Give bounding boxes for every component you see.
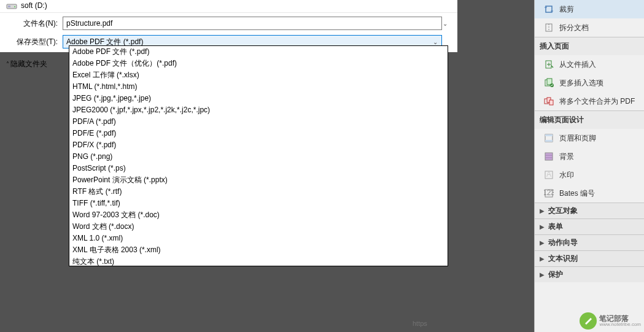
filename-row: 文件名(N): ⌄ bbox=[0, 13, 457, 34]
filename-label: 文件名(N): bbox=[6, 18, 63, 29]
svg-rect-1 bbox=[8, 6, 10, 7]
dropdown-option[interactable]: Word 文档 (*.docx) bbox=[69, 221, 448, 233]
dropdown-option[interactable]: PDF/E (*.pdf) bbox=[69, 128, 448, 139]
section-label: 表单 bbox=[548, 222, 563, 232]
triangle-right-icon: ▶ bbox=[540, 207, 546, 214]
drive-location-row[interactable]: soft (D:) bbox=[0, 0, 457, 13]
tool-label: Bates 编号 bbox=[559, 188, 595, 199]
section-label: 文本识别 bbox=[548, 253, 578, 264]
filename-input[interactable] bbox=[63, 17, 442, 30]
watermark-sub: www.notetribe.com bbox=[599, 322, 641, 327]
dropdown-option[interactable]: TIFF (*.tiff,*.tif) bbox=[69, 198, 448, 209]
collapsed-section[interactable]: ▶保护 bbox=[535, 266, 644, 282]
section-label: 交互对象 bbox=[548, 206, 578, 216]
tool-label: 裁剪 bbox=[559, 4, 574, 15]
svg-text:A: A bbox=[546, 170, 551, 179]
section-label: 保护 bbox=[548, 269, 563, 280]
dropdown-option[interactable]: XML 1.0 (*.xml) bbox=[69, 233, 448, 244]
dropdown-option[interactable]: PDF/X (*.pdf) bbox=[69, 139, 448, 151]
hide-folders-toggle[interactable]: ˄隐藏文件夹 bbox=[6, 59, 47, 69]
tool-label: 将多个文件合并为 PDF bbox=[559, 96, 635, 107]
dropdown-option[interactable]: 纯文本 (*.txt) bbox=[69, 256, 448, 266]
watermark-icon: A bbox=[543, 169, 554, 180]
svg-rect-16 bbox=[545, 134, 553, 136]
section-edit-design: 编辑页面设计 bbox=[535, 110, 644, 129]
tool-label: 拆分文档 bbox=[559, 23, 589, 33]
dropdown-option[interactable]: PostScript (*.ps) bbox=[69, 163, 448, 174]
tool-header-footer[interactable]: 页眉和页脚 bbox=[535, 129, 644, 147]
more-insert-icon bbox=[543, 77, 554, 88]
tool-background[interactable]: 背景 bbox=[535, 147, 644, 166]
dropdown-option[interactable]: RTF 格式 (*.rtf) bbox=[69, 186, 448, 198]
tool-label: 页眉和页脚 bbox=[559, 133, 596, 144]
split-icon bbox=[543, 22, 554, 33]
save-dialog: soft (D:) 文件名(N): ⌄ 保存类型(T): Adobe PDF 文… bbox=[0, 0, 457, 52]
dropdown-option[interactable]: XML 电子表格 2003 (*.xml) bbox=[69, 244, 448, 256]
drive-label: soft (D:) bbox=[21, 1, 47, 10]
dropdown-option[interactable]: Excel 工作簿 (*.xlsx) bbox=[69, 69, 448, 81]
dropdown-option[interactable]: PowerPoint 演示文稿 (*.pptx) bbox=[69, 174, 448, 186]
faded-url-text: https bbox=[413, 320, 427, 327]
site-watermark: 笔记部落 www.notetribe.com bbox=[580, 312, 641, 330]
svg-point-2 bbox=[14, 6, 15, 7]
dropdown-option[interactable]: Adobe PDF 文件 (*.pdf) bbox=[69, 46, 448, 58]
tool-crop[interactable]: 裁剪 bbox=[535, 0, 644, 18]
bates-icon: 123 bbox=[543, 188, 554, 199]
tool-merge-pdf[interactable]: 将多个文件合并为 PDF bbox=[535, 92, 644, 110]
tool-file-insert[interactable]: 从文件插入 bbox=[535, 55, 644, 74]
merge-pdf-icon bbox=[543, 96, 554, 107]
crop-icon bbox=[543, 4, 554, 15]
svg-rect-18 bbox=[545, 153, 553, 160]
tool-label: 水印 bbox=[559, 170, 574, 180]
section-label: 动作向导 bbox=[548, 237, 578, 248]
dropdown-option[interactable]: HTML (*.html,*.htm) bbox=[69, 81, 448, 93]
collapsed-section[interactable]: ▶表单 bbox=[535, 218, 644, 234]
drive-icon bbox=[6, 1, 18, 10]
chevron-down-icon: ⌄ bbox=[433, 39, 438, 45]
tool-bates[interactable]: 123Bates 编号 bbox=[535, 184, 644, 203]
dropdown-option[interactable]: PDF/A (*.pdf) bbox=[69, 116, 448, 128]
triangle-right-icon: ▶ bbox=[540, 255, 546, 262]
dropdown-option[interactable]: Adobe PDF 文件（优化）(*.pdf) bbox=[69, 58, 448, 69]
dropdown-option[interactable]: JPEG2000 (*.jpf,*.jpx,*.jp2,*.j2k,*.j2c,… bbox=[69, 104, 448, 116]
collapsed-section[interactable]: ▶动作向导 bbox=[535, 234, 644, 250]
savetype-selected-text: Adobe PDF 文件 (*.pdf) bbox=[66, 37, 143, 46]
section-insert-pages: 插入页面 bbox=[535, 37, 644, 55]
watermark-logo-icon bbox=[580, 312, 597, 330]
tool-watermark[interactable]: A水印 bbox=[535, 166, 644, 184]
savetype-dropdown-list[interactable]: Adobe PDF 文件 (*.pdf)Adobe PDF 文件（优化）(*.p… bbox=[69, 45, 448, 266]
svg-rect-17 bbox=[545, 140, 553, 142]
collapsed-section[interactable]: ▶交互对象 bbox=[535, 203, 644, 218]
background-icon bbox=[543, 151, 554, 162]
file-insert-icon bbox=[543, 59, 554, 70]
dropdown-option[interactable]: JPEG (*.jpg,*.jpeg,*.jpe) bbox=[69, 93, 448, 104]
triangle-right-icon: ▶ bbox=[540, 239, 546, 246]
header-footer-icon bbox=[543, 133, 554, 144]
svg-text:123: 123 bbox=[544, 188, 554, 197]
filename-history-caret[interactable]: ⌄ bbox=[443, 20, 448, 27]
collapsed-section[interactable]: ▶文本识别 bbox=[535, 250, 644, 266]
dropdown-option[interactable]: PNG (*.png) bbox=[69, 151, 448, 163]
dropdown-option[interactable]: Word 97-2003 文档 (*.doc) bbox=[69, 209, 448, 221]
triangle-right-icon: ▶ bbox=[540, 223, 546, 230]
tool-split[interactable]: 拆分文档 bbox=[535, 18, 644, 37]
tool-label: 更多插入选项 bbox=[559, 78, 603, 88]
tool-more-insert[interactable]: 更多插入选项 bbox=[535, 74, 644, 92]
tool-label: 从文件插入 bbox=[559, 60, 596, 70]
savetype-label: 保存类型(T): bbox=[6, 37, 63, 47]
chevron-up-icon: ˄ bbox=[6, 61, 9, 68]
tool-label: 背景 bbox=[559, 152, 574, 162]
tools-sidebar: 裁剪拆分文档 插入页面 从文件插入更多插入选项将多个文件合并为 PDF 编辑页面… bbox=[534, 0, 644, 332]
triangle-right-icon: ▶ bbox=[540, 271, 546, 278]
svg-rect-14 bbox=[549, 100, 553, 105]
